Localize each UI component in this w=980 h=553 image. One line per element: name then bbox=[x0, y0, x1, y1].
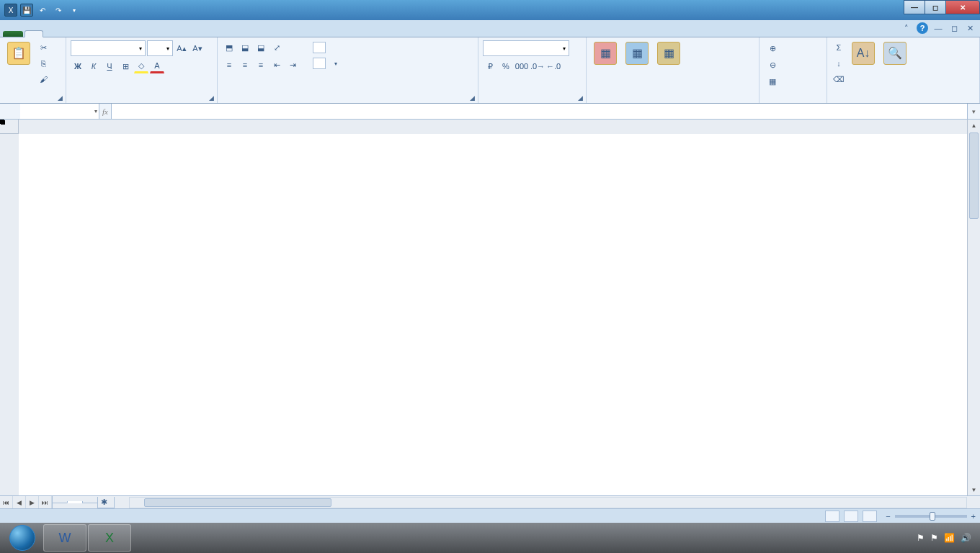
bold-icon[interactable]: Ж bbox=[71, 59, 85, 73]
align-bottom-icon[interactable]: ⬓ bbox=[254, 40, 268, 55]
zoom-in-icon[interactable]: + bbox=[971, 512, 976, 521]
minimize-ribbon-icon[interactable]: ˄ bbox=[901, 22, 912, 34]
help-icon[interactable]: ? bbox=[917, 22, 928, 34]
decrease-decimal-icon[interactable]: ←.0 bbox=[546, 59, 561, 73]
font-size-combo[interactable]: ▾ bbox=[147, 40, 173, 56]
format-cells-button[interactable]: ▦ bbox=[764, 73, 784, 89]
tab-formulas[interactable] bbox=[78, 31, 95, 37]
sort-filter-button[interactable]: A↓ bbox=[849, 40, 878, 68]
font-name-combo[interactable]: ▾ bbox=[71, 40, 146, 56]
increase-font-icon[interactable]: A▴ bbox=[174, 41, 189, 55]
fill-icon[interactable]: ↓ bbox=[832, 56, 846, 71]
name-box[interactable]: ▾ bbox=[20, 104, 99, 119]
decrease-font-icon[interactable]: A▾ bbox=[190, 41, 205, 55]
close-button[interactable]: ✕ bbox=[945, 0, 980, 14]
insert-cells-button[interactable]: ⊕ bbox=[764, 40, 784, 56]
page-layout-view-icon[interactable] bbox=[844, 511, 858, 522]
format-as-table-button[interactable]: ▦ bbox=[623, 40, 651, 68]
align-middle-icon[interactable]: ⬓ bbox=[238, 40, 252, 55]
wrap-text-button[interactable] bbox=[308, 40, 342, 55]
tab-insert[interactable] bbox=[43, 31, 61, 37]
maximize-button[interactable]: ◻ bbox=[925, 0, 946, 14]
cut-icon[interactable]: ✂ bbox=[36, 40, 50, 55]
qat-more-icon[interactable]: ▾ bbox=[68, 4, 81, 17]
clear-icon[interactable]: ⌫ bbox=[832, 72, 846, 86]
conditional-formatting-button[interactable]: ▦ bbox=[591, 40, 620, 68]
mdi-minimize-icon[interactable]: — bbox=[932, 22, 944, 34]
taskbar-word-button[interactable]: W bbox=[43, 524, 86, 552]
zoom-out-icon[interactable]: − bbox=[886, 512, 890, 521]
hscroll-thumb[interactable] bbox=[144, 498, 331, 507]
column-headers[interactable] bbox=[19, 120, 967, 134]
horizontal-scrollbar[interactable] bbox=[129, 497, 967, 508]
sheet-nav-next-icon[interactable]: ▶ bbox=[26, 496, 39, 509]
taskbar-excel-button[interactable]: X bbox=[88, 524, 131, 552]
autosum-icon[interactable]: Σ bbox=[832, 40, 846, 55]
minimize-button[interactable]: — bbox=[904, 0, 925, 14]
tab-home[interactable] bbox=[24, 30, 43, 37]
start-button[interactable] bbox=[3, 524, 42, 552]
tab-data[interactable] bbox=[95, 31, 112, 37]
merge-center-button[interactable]: ▾ bbox=[308, 56, 342, 71]
page-break-view-icon[interactable] bbox=[863, 511, 877, 522]
find-select-button[interactable]: 🔍 bbox=[881, 40, 909, 68]
mdi-close-icon[interactable]: ✕ bbox=[964, 22, 976, 34]
fx-icon[interactable]: fx bbox=[102, 107, 108, 116]
save-icon[interactable]: 💾 bbox=[20, 4, 33, 17]
worksheet-grid[interactable]: ▲ ▼ bbox=[0, 120, 980, 495]
tray-action-center-icon[interactable]: ⚑ bbox=[930, 533, 938, 543]
align-center-icon[interactable]: ≡ bbox=[238, 58, 252, 72]
borders-icon[interactable]: ⊞ bbox=[118, 59, 133, 73]
comma-icon[interactable]: 000 bbox=[514, 59, 529, 73]
file-tab[interactable] bbox=[3, 31, 23, 37]
increase-decimal-icon[interactable]: .0→ bbox=[530, 59, 545, 73]
percent-icon[interactable]: % bbox=[499, 59, 513, 73]
copy-icon[interactable]: ⎘ bbox=[36, 56, 50, 71]
sheet-tab[interactable] bbox=[52, 501, 68, 503]
scroll-down-icon[interactable]: ▼ bbox=[968, 484, 980, 495]
scroll-thumb[interactable] bbox=[969, 132, 979, 219]
sheet-tab[interactable] bbox=[82, 501, 98, 503]
increase-indent-icon[interactable]: ⇥ bbox=[285, 58, 300, 72]
tray-flag-icon[interactable]: ⚑ bbox=[917, 533, 925, 543]
row-headers[interactable] bbox=[0, 134, 19, 495]
formula-input[interactable] bbox=[111, 104, 967, 119]
tray-network-icon[interactable]: 📶 bbox=[944, 533, 955, 543]
sheet-nav-first-icon[interactable]: ⏮ bbox=[0, 496, 13, 509]
font-color-icon[interactable]: A bbox=[150, 59, 164, 73]
sheet-nav-last-icon[interactable]: ⏭ bbox=[39, 496, 52, 509]
scroll-up-icon[interactable]: ▲ bbox=[968, 120, 980, 131]
tab-page-layout[interactable] bbox=[61, 31, 78, 37]
tab-view[interactable] bbox=[130, 31, 147, 37]
tab-review[interactable] bbox=[112, 31, 130, 37]
new-sheet-button[interactable]: ✱ bbox=[97, 497, 115, 508]
tray-volume-icon[interactable]: 🔊 bbox=[961, 533, 971, 543]
sheet-tab[interactable] bbox=[67, 501, 83, 503]
cells-area[interactable] bbox=[19, 134, 967, 495]
undo-icon[interactable]: ↶ bbox=[36, 4, 49, 17]
orientation-icon[interactable]: ⤢ bbox=[270, 40, 284, 55]
dialog-launcher-icon[interactable]: ◢ bbox=[470, 94, 475, 102]
dialog-launcher-icon[interactable]: ◢ bbox=[209, 94, 214, 102]
italic-icon[interactable]: К bbox=[86, 59, 101, 73]
zoom-slider[interactable] bbox=[895, 515, 967, 518]
decrease-indent-icon[interactable]: ⇤ bbox=[270, 58, 284, 72]
dialog-launcher-icon[interactable]: ◢ bbox=[58, 94, 63, 102]
align-right-icon[interactable]: ≡ bbox=[254, 58, 268, 72]
number-format-combo[interactable]: ▾ bbox=[483, 40, 569, 56]
fill-color-icon[interactable]: ◇ bbox=[134, 59, 148, 73]
redo-icon[interactable]: ↷ bbox=[52, 4, 65, 17]
underline-icon[interactable]: Ч bbox=[102, 59, 117, 73]
delete-cells-button[interactable]: ⊖ bbox=[764, 57, 784, 73]
select-all-corner[interactable] bbox=[0, 120, 19, 134]
format-painter-icon[interactable]: 🖌 bbox=[36, 72, 50, 86]
sheet-nav-prev-icon[interactable]: ◀ bbox=[13, 496, 26, 509]
dialog-launcher-icon[interactable]: ◢ bbox=[578, 94, 583, 102]
mdi-restore-icon[interactable]: ◻ bbox=[948, 22, 960, 34]
vertical-scrollbar[interactable]: ▲ ▼ bbox=[967, 120, 980, 495]
align-left-icon[interactable]: ≡ bbox=[222, 58, 236, 72]
paste-button[interactable]: 📋 bbox=[4, 40, 33, 68]
align-top-icon[interactable]: ⬒ bbox=[222, 40, 236, 55]
currency-icon[interactable]: ₽ bbox=[483, 59, 497, 73]
expand-formula-bar-icon[interactable]: ▾ bbox=[967, 104, 980, 119]
